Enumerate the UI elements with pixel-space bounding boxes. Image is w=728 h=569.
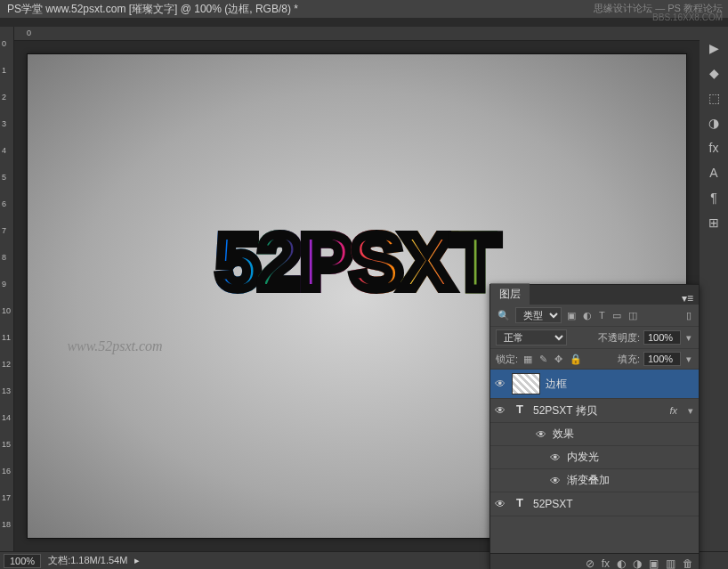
right-toolbar: ▶ ◆ ⬚ ◑ fx A ¶ ⊞ [700,27,728,551]
layer-filter-row: 🔍 类型 ▣ ◐ T ▭ ◫ ▯ [490,305,699,327]
blend-mode-select[interactable]: 正常 [496,329,567,345]
fx-collapse-icon[interactable]: ▾ [686,405,695,417]
layer-item[interactable]: 👁 T 52PSXT [490,492,699,516]
add-fx-icon[interactable]: fx [602,557,610,569]
zoom-level[interactable]: 100% [4,554,41,568]
layer-effect-item[interactable]: 👁 内发光 [490,446,699,469]
layer-effect-item[interactable]: 👁 渐变叠加 [490,469,699,492]
new-layer-icon[interactable]: ▥ [666,557,675,569]
text-layer-icon: T [512,402,528,419]
play-icon[interactable]: ▶ [709,41,719,55]
horizontal-ruler[interactable]: 0 [14,27,700,41]
character-icon[interactable]: A [709,166,717,180]
visibility-icon[interactable]: 👁 [549,475,562,487]
libraries-icon[interactable]: ⊞ [708,215,719,230]
paragraph-icon[interactable]: ¶ [710,191,717,205]
layer-item[interactable]: 👁 边框 [490,370,699,399]
fx-icon[interactable]: fx [709,141,719,155]
new-adjustment-icon[interactable]: ◑ [633,557,642,569]
lock-fill-row: 锁定: ▦ ✎ ✥ 🔒 填充: 100% ▾ [490,349,699,370]
lock-pixels-icon[interactable]: ✎ [538,354,549,365]
lock-transparent-icon[interactable]: ▦ [522,354,534,365]
filter-toggle[interactable]: ▯ [684,310,693,321]
layers-panel[interactable]: 图层 ▾≡ 🔍 类型 ▣ ◐ T ▭ ◫ ▯ 正常 不透明度: 100% ▾ 锁… [489,284,700,569]
color-icon[interactable]: ◆ [709,66,719,80]
layer-thumbnail[interactable] [512,373,540,394]
link-layers-icon[interactable]: ⊘ [586,557,595,569]
panel-menu-icon[interactable]: ▾≡ [676,292,699,305]
fill-dropdown-icon[interactable]: ▾ [684,354,693,365]
canvas-watermark: www.52psxt.com [67,338,162,354]
adjustments-icon[interactable]: ◑ [708,116,719,130]
document-title: PS学堂 www.52psxt.com [璀璨文字] @ 100% (边框, R… [7,2,298,17]
layer-list[interactable]: 👁 边框 👁 T 52PSXT 拷贝 fx ▾ 👁 效果 👁 内发光 👁 渐变叠… [490,370,699,553]
blend-opacity-row: 正常 不透明度: 100% ▾ [490,327,699,349]
lock-all-icon[interactable]: 🔒 [568,354,584,365]
layer-effects-group[interactable]: 👁 效果 [490,423,699,446]
fill-label: 填充: [618,353,640,366]
delete-layer-icon[interactable]: 🗑 [683,557,693,569]
filter-pixel-icon[interactable]: ▣ [565,310,578,321]
new-group-icon[interactable]: ▣ [649,557,659,569]
fx-indicator[interactable]: fx [669,405,681,416]
visibility-icon[interactable]: 👁 [535,428,547,441]
layers-panel-footer: ⊘ fx ◐ ◑ ▣ ▥ 🗑 [490,553,699,569]
text-layer-icon: T [512,496,528,512]
visibility-icon[interactable]: 👁 [494,404,506,417]
artwork-text: 52PSXT [216,216,497,307]
search-icon[interactable]: 🔍 [496,310,512,321]
filter-type-icon[interactable]: T [597,310,607,321]
add-mask-icon[interactable]: ◐ [617,557,626,569]
opacity-label: 不透明度: [598,331,640,345]
lock-position-icon[interactable]: ✥ [553,354,564,365]
status-arrow[interactable]: ▸ [134,555,140,566]
shapes-icon[interactable]: ⬚ [708,91,720,105]
filter-adjust-icon[interactable]: ◐ [581,310,594,321]
filter-type-select[interactable]: 类型 [515,307,562,323]
opacity-dropdown-icon[interactable]: ▾ [684,332,693,344]
filter-smart-icon[interactable]: ◫ [627,310,639,321]
layer-item[interactable]: 👁 T 52PSXT 拷贝 fx ▾ [490,399,699,423]
visibility-icon[interactable]: 👁 [549,451,562,464]
watermark-top2: BBS.16XX8.COM [652,12,723,22]
visibility-icon[interactable]: 👁 [494,378,506,390]
lock-label: 锁定: [496,353,518,366]
filter-shape-icon[interactable]: ▭ [611,310,623,321]
tab-layers[interactable]: 图层 [490,283,530,305]
visibility-icon[interactable]: 👁 [494,498,506,510]
opacity-value[interactable]: 100% [643,330,681,345]
vertical-ruler[interactable]: 0 1 2 3 4 5 6 7 8 9 10 11 12 13 14 15 16… [0,27,14,551]
tab-bar [0,18,728,27]
doc-size: 文档:1.18M/1.54M [48,554,127,567]
fill-value[interactable]: 100% [643,352,681,366]
